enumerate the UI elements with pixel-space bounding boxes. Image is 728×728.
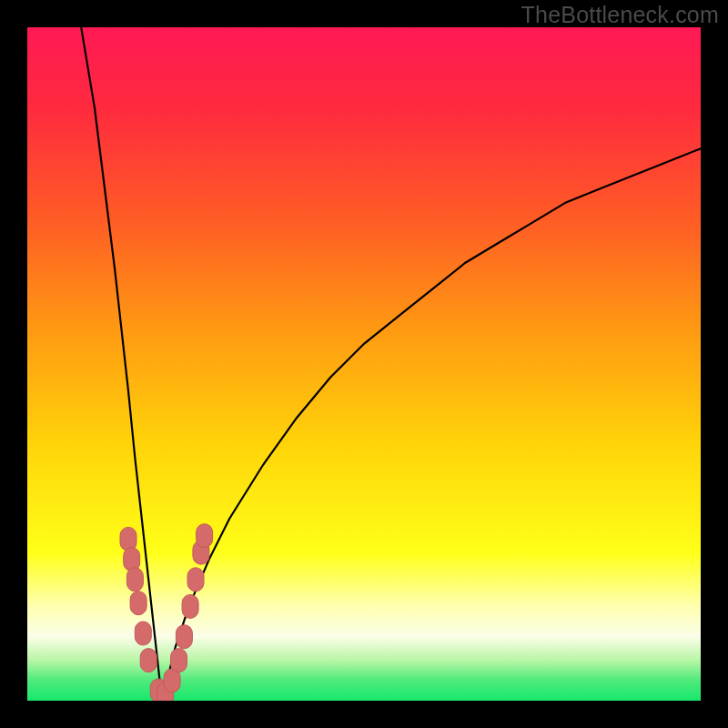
highlighted-points-group: [120, 524, 213, 701]
highlight-marker: [197, 524, 213, 548]
highlight-marker: [176, 625, 192, 649]
highlight-marker: [130, 592, 147, 615]
highlight-marker: [140, 649, 157, 672]
highlight-marker: [187, 568, 204, 592]
highlight-marker: [126, 568, 143, 592]
highlight-marker: [171, 649, 187, 672]
highlight-marker: [182, 594, 198, 618]
bottleneck-curve: [27, 27, 701, 701]
curve-right-branch: [162, 148, 701, 701]
plot-area: [27, 27, 701, 701]
highlight-marker: [135, 622, 151, 645]
chart-frame: TheBottleneck.com: [0, 0, 728, 728]
watermark-text: TheBottleneck.com: [521, 2, 719, 28]
curve-left-branch: [81, 27, 162, 701]
